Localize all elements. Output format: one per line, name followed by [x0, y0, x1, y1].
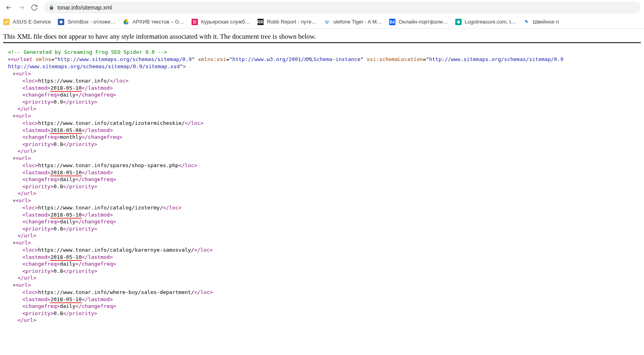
- bookmark-icon: RR: [257, 19, 264, 25]
- bookmark-item[interactable]: АРХИВ текстов – G…: [123, 19, 184, 25]
- notice-divider: [3, 42, 641, 43]
- xml-lastmod: <lastmod>2018-05-10</lastmod>: [3, 85, 644, 92]
- reload-button[interactable]: [29, 2, 40, 13]
- xml-loc: <loc>https://www.tonar.info/catalog/izot…: [3, 204, 644, 211]
- bookmark-item[interactable]: ✎Швейное п: [523, 19, 559, 25]
- arrow-right-icon: [18, 4, 25, 11]
- bookmark-icon: [123, 19, 129, 25]
- xml-priority: <priority>0.8</priority>: [3, 225, 644, 233]
- bookmark-icon: 📁: [3, 19, 10, 25]
- xml-notice: This XML file does not appear to have an…: [0, 29, 644, 45]
- bookmark-item[interactable]: Uulefone Tiger - A M…: [324, 19, 382, 25]
- xml-lastmod: <lastmod>2018-05-10</lastmod>: [3, 169, 644, 176]
- xml-url-open[interactable]: ▼<url>: [3, 239, 644, 247]
- xml-loc: <loc>https://www.tonar.info/spares/shop-…: [3, 162, 644, 169]
- bookmark-icon: ✎: [523, 19, 529, 25]
- xml-lastmod: <lastmod>2018-05-10</lastmod>: [3, 211, 644, 219]
- lock-icon: [49, 5, 54, 10]
- bookmark-item[interactable]: ◆Logotreasure.com, t…: [455, 19, 516, 25]
- xml-url-open[interactable]: ▼<url>: [3, 282, 644, 289]
- xml-comment: <!-- Generated by Screaming Frog SEO Spi…: [8, 49, 167, 55]
- xml-changefreq: <changefreq>daily</changefreq>: [3, 260, 644, 268]
- xml-loc: <loc>https://www.tonar.info/catalog/izot…: [3, 120, 644, 127]
- bookmark-item[interactable]: BēОнлайн-портфоли…: [389, 19, 448, 25]
- xml-changefreq: <changefreq>daily</changefreq>: [3, 218, 644, 225]
- xml-loc: <loc>https://www.tonar.info/</loc>: [3, 77, 644, 85]
- xml-priority: <priority>0.8</priority>: [3, 183, 644, 190]
- bookmark-icon: D: [192, 19, 198, 25]
- bookmark-icon: Bē: [389, 19, 395, 25]
- xml-url-close: </url>: [3, 148, 644, 155]
- xml-url-close: </url>: [3, 105, 644, 112]
- xml-priority: <priority>0.8</priority>: [3, 141, 644, 148]
- bookmark-label: АРХИВ текстов – G…: [132, 19, 184, 25]
- xml-changefreq: <changefreq>daily</changefreq>: [3, 91, 644, 99]
- xml-url-open[interactable]: ▼<url>: [3, 197, 644, 205]
- bookmark-label: Курьерская служб…: [201, 19, 250, 25]
- xml-priority: <priority>0.8</priority>: [3, 268, 644, 275]
- bookmark-item[interactable]: ◆SmmBox - отложе…: [58, 19, 116, 25]
- bookmark-item[interactable]: 📁ASUS E-Service: [3, 19, 51, 25]
- bookmark-item[interactable]: RRRobb Report - путе…: [257, 19, 317, 25]
- address-bar[interactable]: tonar.info/sitemap.xml: [44, 2, 641, 14]
- bookmark-label: SmmBox - отложе…: [67, 19, 116, 25]
- xml-url-close: </url>: [3, 317, 644, 324]
- browser-toolbar: tonar.info/sitemap.xml: [0, 0, 644, 15]
- xml-priority: <priority>0.9</priority>: [3, 99, 644, 106]
- xml-changefreq: <changefreq>daily</changefreq>: [3, 176, 644, 183]
- xml-loc: <loc>https://www.tonar.info/catalog/kare…: [3, 247, 644, 254]
- bookmark-icon: ◆: [58, 19, 64, 25]
- xml-lastmod: <lastmod>2018-05-10</lastmod>: [3, 296, 644, 303]
- bookmarks-bar: 📁ASUS E-Service◆SmmBox - отложе…АРХИВ те…: [0, 15, 644, 29]
- bookmark-label: Онлайн-портфоли…: [399, 19, 448, 25]
- url-text: tonar.info/sitemap.xml: [57, 4, 112, 11]
- xml-url-close: </url>: [3, 274, 644, 282]
- bookmark-label: Robb Report - путе…: [267, 19, 317, 25]
- xml-urlset-open[interactable]: ▼<urlset xmlns="http://www.sitemaps.org/…: [3, 56, 644, 63]
- xml-url-close: </url>: [3, 232, 644, 239]
- xml-priority: <priority>0.8</priority>: [3, 310, 644, 317]
- xml-lastmod: <lastmod>2018-05-10</lastmod>: [3, 254, 644, 261]
- xml-url-open[interactable]: ▼<url>: [3, 70, 644, 78]
- xml-changefreq: <changefreq>daily</changefreq>: [3, 303, 644, 310]
- xml-changefreq: <changefreq>monthly</changefreq>: [3, 134, 644, 141]
- xml-notice-text: This XML file does not appear to have an…: [3, 33, 641, 41]
- bookmark-label: Logotreasure.com, t…: [465, 19, 516, 25]
- xml-lastmod: <lastmod>2018-05-08</lastmod>: [3, 127, 644, 134]
- forward-button[interactable]: [16, 2, 27, 13]
- xml-loc: <loc>https://www.tonar.info/where-buy/sa…: [3, 289, 644, 296]
- bookmark-item[interactable]: DКурьерская служб…: [192, 19, 250, 25]
- arrow-left-icon: [5, 4, 12, 11]
- bookmark-icon: U: [324, 19, 330, 25]
- bookmark-label: ulefone Tiger - A M…: [334, 19, 382, 25]
- xml-url-open[interactable]: ▼<url>: [3, 112, 644, 120]
- back-button[interactable]: [3, 2, 14, 13]
- bookmark-label: Швейное п: [533, 19, 559, 25]
- bookmark-icon: ◆: [455, 19, 462, 25]
- xml-tree: <!-- Generated by Screaming Frog SEO Spi…: [0, 45, 644, 332]
- reload-icon: [31, 4, 38, 11]
- xml-url-close: </url>: [3, 190, 644, 197]
- bookmark-label: ASUS E-Service: [13, 19, 51, 25]
- xml-url-open[interactable]: ▼<url>: [3, 155, 644, 162]
